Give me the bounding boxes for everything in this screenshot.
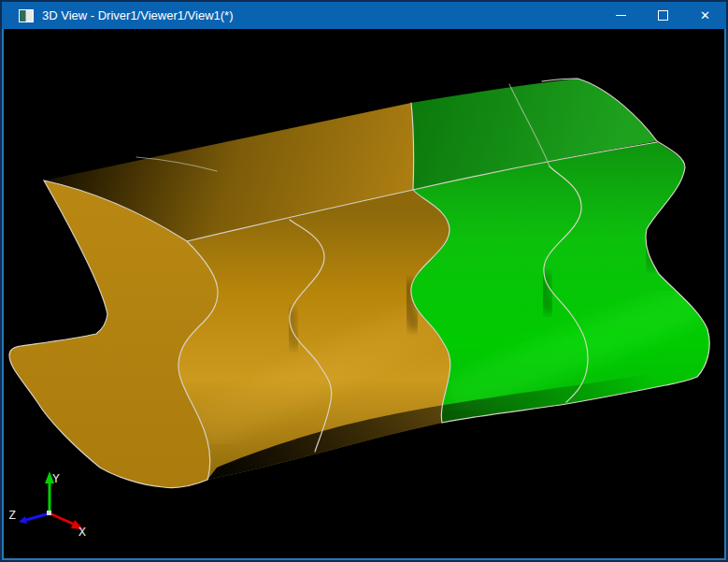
3d-viewport[interactable]: Y X Z <box>2 29 726 560</box>
maximize-button[interactable] <box>642 2 684 29</box>
3d-view-window: 3D View - Driver1/Viewer1/View1(*) ✕ <box>0 0 728 562</box>
minimize-icon <box>616 15 626 16</box>
y-axis-label: Y <box>52 471 60 485</box>
z-axis-arrowhead <box>19 516 27 524</box>
3d-model[interactable] <box>9 79 709 488</box>
close-icon: ✕ <box>700 9 710 22</box>
window-title: 3D View - Driver1/Viewer1/View1(*) <box>42 8 233 22</box>
titlebar[interactable]: 3D View - Driver1/Viewer1/View1(*) ✕ <box>2 2 726 29</box>
close-button[interactable]: ✕ <box>684 2 726 29</box>
z-axis-arrow <box>26 513 50 520</box>
axis-triad: Y X Z <box>8 471 86 539</box>
app-icon-glyph-right <box>25 10 33 22</box>
maximize-icon <box>658 10 668 21</box>
window-controls: ✕ <box>600 2 726 29</box>
app-icon <box>19 9 34 22</box>
3d-viewport-canvas[interactable]: Y X Z <box>4 29 724 558</box>
z-axis-label: Z <box>8 508 16 522</box>
minimize-button[interactable] <box>600 2 642 29</box>
x-axis-label: X <box>79 525 86 539</box>
x-axis-arrow <box>50 513 75 525</box>
triad-origin-marker <box>47 511 51 515</box>
